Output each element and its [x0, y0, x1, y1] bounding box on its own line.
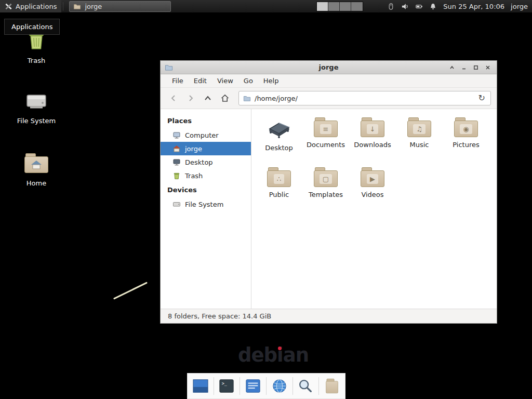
- panel-clock[interactable]: Sun 25 Apr, 10:06: [443, 3, 504, 10]
- desktop-monitor-icon: [172, 158, 181, 166]
- folder-label: Music: [410, 141, 429, 149]
- forward-button[interactable]: [183, 91, 198, 105]
- statusbar: 8 folders, Free space: 14.4 GiB: [161, 309, 497, 323]
- maximize-button[interactable]: [472, 63, 480, 72]
- shade-button[interactable]: [448, 63, 456, 72]
- notifications-bell-icon[interactable]: [429, 3, 437, 10]
- templates-emblem-icon: ▢: [320, 174, 332, 184]
- svg-text:>_: >_: [222, 381, 228, 386]
- house-emblem-icon: [31, 160, 42, 169]
- system-tray: [387, 3, 437, 10]
- sidebar-item-file-system[interactable]: File System: [161, 197, 251, 211]
- home-folder-icon: [15, 151, 58, 176]
- path-folder-icon: [243, 95, 251, 102]
- workspace-2[interactable]: [328, 2, 340, 11]
- taskbar-window-label: jorge: [85, 3, 102, 10]
- desktop-icon-home[interactable]: Home: [15, 151, 58, 187]
- sidebar-item-computer[interactable]: Computer: [161, 128, 251, 142]
- sidebar-item-label: File System: [185, 201, 223, 208]
- home-button[interactable]: [218, 91, 232, 105]
- folder-item-public[interactable]: ∴ Public: [256, 166, 302, 216]
- workspace-4[interactable]: [351, 2, 363, 11]
- menu-edit[interactable]: Edit: [189, 75, 212, 86]
- workspace-1[interactable]: [317, 2, 328, 11]
- dock-separator: [214, 377, 214, 395]
- minimize-button[interactable]: [460, 63, 468, 72]
- sidebar-places-header: Places: [161, 113, 251, 128]
- mouse-icon[interactable]: [387, 3, 395, 10]
- file-manager-settings-icon[interactable]: [244, 377, 262, 395]
- pictures-emblem-icon: ◉: [460, 124, 472, 134]
- show-desktop-icon[interactable]: [192, 377, 209, 395]
- folder-label: Downloads: [354, 141, 391, 149]
- panel-handle: [63, 3, 65, 10]
- workspace-3[interactable]: [340, 2, 351, 11]
- debian-logo: debian: [238, 344, 309, 366]
- folder-label: Templates: [309, 191, 343, 198]
- drive-icon: [172, 200, 181, 208]
- window-title: jorge: [161, 63, 497, 71]
- volume-icon[interactable]: [401, 3, 409, 10]
- web-browser-icon[interactable]: [271, 377, 288, 395]
- panel-user-menu[interactable]: jorge: [511, 3, 528, 10]
- reload-icon[interactable]: ↻: [477, 94, 486, 102]
- menu-go[interactable]: Go: [238, 75, 258, 86]
- drive-icon: [15, 88, 58, 113]
- taskbar-folder-icon: [73, 3, 81, 10]
- folder-icon: ◉: [454, 116, 478, 138]
- folder-item-music[interactable]: ♫ Music: [396, 116, 443, 166]
- desktop-icon-label: Home: [15, 179, 58, 187]
- window-folder-icon: [165, 63, 173, 71]
- file-grid: Desktop ≡ Documents ↓ Downloads: [251, 109, 497, 309]
- trash-icon: [172, 171, 181, 180]
- applications-menu-icon: [5, 3, 12, 10]
- folder-icon: ▶: [360, 166, 385, 188]
- public-emblem-icon: ∴: [274, 174, 284, 184]
- taskbar-window-button[interactable]: jorge: [69, 1, 171, 12]
- file-manager-icon[interactable]: [323, 377, 341, 395]
- dock-separator: [240, 377, 240, 395]
- status-text: 8 folders, Free space: 14.4 GiB: [168, 312, 271, 320]
- top-panel: Applications jorge: [0, 0, 532, 13]
- folder-item-pictures[interactable]: ◉ Pictures: [443, 116, 489, 166]
- folder-item-videos[interactable]: ▶ Videos: [349, 166, 396, 216]
- path-text: /home/jorge/: [255, 95, 298, 102]
- sidebar-item-desktop[interactable]: Desktop: [161, 155, 251, 169]
- folder-item-documents[interactable]: ≡ Documents: [302, 116, 349, 166]
- back-button[interactable]: [166, 91, 181, 105]
- menu-help[interactable]: Help: [258, 75, 284, 86]
- desktop-icon-file-system[interactable]: File System: [15, 88, 58, 125]
- sidebar-devices-header: Devices: [161, 182, 251, 197]
- up-button[interactable]: [201, 91, 215, 105]
- sidebar-item-label: Desktop: [185, 158, 213, 166]
- close-button[interactable]: [484, 63, 492, 72]
- applications-menu-label: Applications: [16, 3, 57, 10]
- home-icon: [172, 144, 181, 153]
- sidebar-item-jorge[interactable]: jorge: [161, 142, 251, 155]
- folder-item-downloads[interactable]: ↓ Downloads: [349, 116, 396, 166]
- folder-item-templates[interactable]: ▢ Templates: [302, 166, 349, 216]
- folder-item-desktop[interactable]: Desktop: [256, 116, 302, 166]
- debian-logo-text: deb: [238, 344, 277, 366]
- power-icon[interactable]: [415, 3, 423, 10]
- debian-logo-swirl: i: [277, 344, 283, 366]
- menu-file[interactable]: File: [167, 75, 189, 86]
- dock-separator: [266, 377, 267, 395]
- applications-tooltip: Applications: [4, 19, 60, 35]
- documents-emblem-icon: ≡: [320, 124, 332, 134]
- folder-label: Pictures: [453, 141, 479, 149]
- computer-icon: [172, 131, 181, 139]
- window-titlebar[interactable]: jorge: [161, 61, 497, 74]
- applications-menu-button[interactable]: Applications: [0, 0, 61, 12]
- folder-label: Desktop: [265, 144, 293, 152]
- workspace-switcher: [316, 2, 363, 11]
- location-bar[interactable]: /home/jorge/ ↻: [238, 91, 491, 105]
- menu-view[interactable]: View: [212, 75, 238, 86]
- folder-label: Documents: [307, 141, 345, 149]
- application-finder-icon[interactable]: [297, 377, 314, 395]
- dock-separator: [318, 377, 319, 395]
- terminal-icon[interactable]: >_: [218, 377, 235, 395]
- file-manager-window: jorge File Edit View Go Help: [160, 60, 497, 324]
- music-emblem-icon: ♫: [413, 124, 425, 134]
- sidebar-item-trash[interactable]: Trash: [161, 169, 251, 182]
